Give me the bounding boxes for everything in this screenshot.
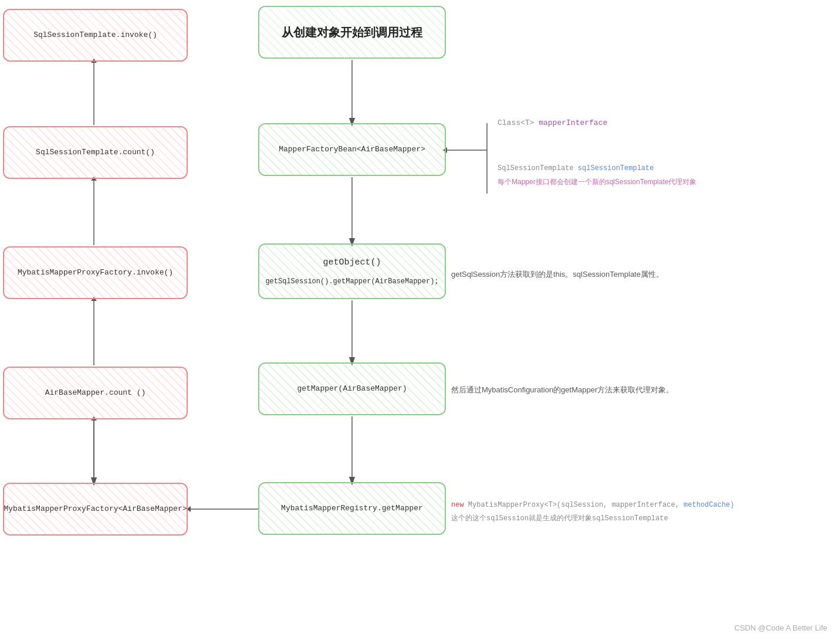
center-box-2-label1: getObject() (261, 254, 443, 271)
left-box-3: MybatisMapperProxyFactory.invoke() (3, 246, 188, 299)
left-box-5: MybatisMapperProxyFactory<AirBaseMapper> (3, 483, 188, 535)
annotation-3-text: getSqlSession方法获取到的是this。sqlSessionTempl… (451, 270, 664, 279)
title-label: 从创建对象开始到调用过程 (277, 22, 427, 43)
left-box-2: SqlSessionTemplate.count() (3, 126, 188, 179)
annotation-4-text: 然后通过MybatisConfiguration的getMapper方法来获取代… (451, 385, 674, 394)
center-box-1-label: MapperFactoryBean<AirBaseMapper> (274, 142, 430, 157)
annotation-4: 然后通过MybatisConfiguration的getMapper方法来获取代… (451, 384, 674, 396)
annotation-1-text: mapperInterface (539, 118, 607, 127)
center-box-4: MybatisMapperRegistry.getMapper (258, 482, 446, 535)
arrows-svg (0, 0, 839, 644)
diagram-container: 从创建对象开始到调用过程 SqlSessionTemplate.invoke()… (0, 0, 839, 644)
annotation-1: Class<T> mapperInterface (498, 117, 607, 130)
annotation-2-desc: 每个Mapper接口都会创建一个新的sqlSessionTemplate代理对象 (498, 177, 696, 188)
center-box-3-label: getMapper(AirBaseMapper) (292, 381, 411, 396)
center-box-2: getObject() getSqlSession().getMapper(Ai… (258, 243, 446, 299)
watermark: CSDN @Code A Better Life (735, 623, 827, 632)
left-box-1-label: SqlSessionTemplate.invoke() (29, 28, 162, 43)
left-box-4-label: AirBaseMapper.count () (40, 385, 151, 401)
left-box-1: SqlSessionTemplate.invoke() (3, 9, 188, 62)
annotation-2: SqlSessionTemplate sqlSessionTemplate 每个… (498, 163, 696, 188)
left-box-3-label: MybatisMapperProxyFactory.invoke() (13, 265, 178, 280)
left-box-4: AirBaseMapper.count () (3, 367, 188, 419)
center-box-3: getMapper(AirBaseMapper) (258, 362, 446, 415)
left-box-2-label: SqlSessionTemplate.count() (31, 145, 160, 160)
center-box-1: MapperFactoryBean<AirBaseMapper> (258, 123, 446, 176)
left-box-5-label: MybatisMapperProxyFactory<AirBaseMapper> (3, 501, 188, 517)
annotation-3: getSqlSession方法获取到的是this。sqlSessionTempl… (451, 269, 664, 281)
annotation-5: new MybatisMapperProxy<T>(sqlSession, ma… (451, 500, 735, 524)
title-box: 从创建对象开始到调用过程 (258, 6, 446, 59)
center-box-4-label: MybatisMapperRegistry.getMapper (276, 501, 428, 516)
center-box-2-label2: getSqlSession().getMapper(AirBaseMapper)… (261, 274, 443, 289)
